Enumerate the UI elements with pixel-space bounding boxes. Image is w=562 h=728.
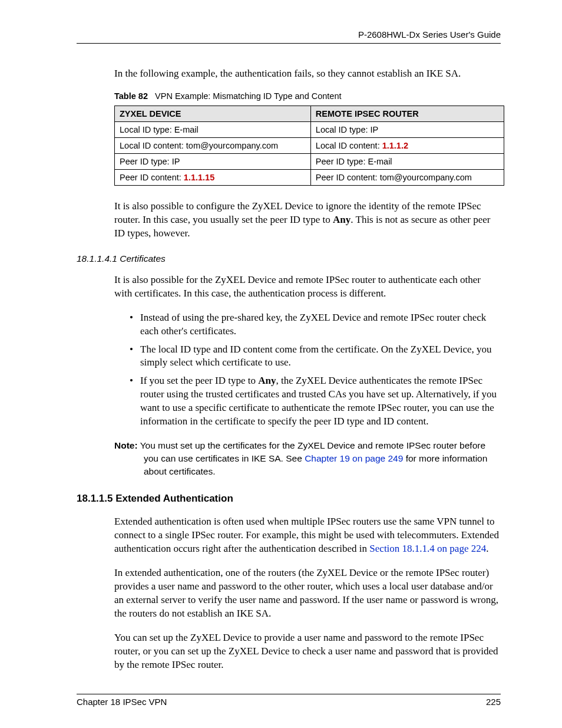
paragraph-certificates: It is also possible for the ZyXEL Device… [114, 274, 501, 301]
note-label: Note: [114, 440, 138, 450]
ip-highlight: 1.1.1.15 [184, 173, 214, 182]
table-row: Local ID content: tom@yourcompany.com Lo… [115, 137, 504, 153]
cell-local-id-content-zyxel: Local ID content: tom@yourcompany.com [115, 137, 311, 153]
cell-peer-id-content-remote: Peer ID content: tom@yourcompany.com [310, 169, 504, 185]
list-item: If you set the peer ID type to Any, the … [127, 374, 501, 429]
ip-highlight: 1.1.1.2 [382, 141, 408, 150]
footer-rule [77, 694, 501, 694]
table-row: Peer ID type: IP Peer ID type: E-mail [115, 153, 504, 169]
page-footer: Chapter 18 IPSec VPN 225 [77, 694, 501, 707]
list-item: Instead of using the pre-shared key, the… [127, 311, 501, 338]
col-header-zyxel: ZYXEL DEVICE [115, 106, 311, 121]
footer-chapter: Chapter 18 IPSec VPN [77, 697, 167, 707]
paragraph-extauth-desc: In extended authentication, one of the r… [114, 566, 501, 621]
bullet-list-certificates: Instead of using the pre-shared key, the… [127, 311, 501, 429]
table-row: Local ID type: E-mail Local ID type: IP [115, 121, 504, 137]
table-caption-text: VPN Example: Mismatching ID Type and Con… [155, 91, 341, 101]
col-header-remote: REMOTE IPSEC ROUTER [310, 106, 504, 121]
table-caption-label: Table 82 [114, 91, 148, 101]
table-vpn-example: ZYXEL DEVICE REMOTE IPSEC ROUTER Local I… [114, 106, 504, 186]
cell-peer-id-content-zyxel: Peer ID content: 1.1.1.15 [115, 169, 311, 185]
running-header: P-2608HWL-Dx Series User's Guide [77, 29, 501, 39]
note-block: Note: You must set up the certificates f… [114, 439, 501, 477]
paragraph-extauth-intro: Extended authentication is often used wh… [114, 515, 501, 556]
cell-local-id-content-remote: Local ID content: 1.1.1.2 [310, 137, 504, 153]
cell-peer-id-type-zyxel: Peer ID type: IP [115, 153, 311, 169]
paragraph-ignore-identity: It is also possible to configure the ZyX… [114, 200, 501, 241]
heading-certificates: 18.1.1.4.1 Certificates [77, 253, 501, 264]
cell-local-id-type-zyxel: Local ID type: E-mail [115, 121, 311, 137]
list-item: The local ID type and ID content come fr… [127, 343, 501, 370]
cell-local-id-type-remote: Local ID type: IP [310, 121, 504, 137]
footer-page-number: 225 [486, 697, 501, 707]
table-header-row: ZYXEL DEVICE REMOTE IPSEC ROUTER [115, 106, 504, 121]
cross-ref-link[interactable]: Section 18.1.1.4 on page 224 [369, 543, 486, 554]
heading-extended-authentication: 18.1.1.5 Extended Authentication [77, 493, 501, 505]
document-page: P-2608HWL-Dx Series User's Guide In the … [0, 0, 562, 728]
table-row: Peer ID content: 1.1.1.15 Peer ID conten… [115, 169, 504, 185]
table-caption: Table 82 VPN Example: Mismatching ID Typ… [114, 91, 501, 101]
paragraph-intro: In the following example, the authentica… [114, 67, 501, 81]
cell-peer-id-type-remote: Peer ID type: E-mail [310, 153, 504, 169]
cross-ref-link[interactable]: Chapter 19 on page 249 [305, 453, 403, 463]
header-rule [77, 43, 501, 44]
paragraph-extauth-setup: You can set up the ZyXEL Device to provi… [114, 631, 501, 672]
